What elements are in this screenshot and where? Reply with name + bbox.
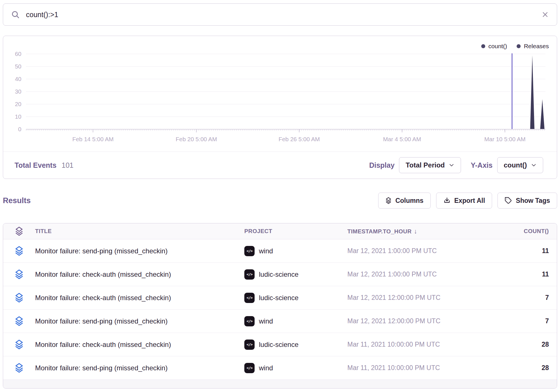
svg-text:60: 60 [15, 50, 21, 57]
table-row[interactable]: Monitor failure: send-ping (missed_check… [3, 356, 557, 380]
search-bar[interactable]: count():>1 [3, 3, 557, 26]
svg-text:30: 30 [15, 88, 21, 95]
search-input[interactable]: count():>1 [26, 11, 58, 19]
legend-dot-icon [517, 44, 521, 48]
results-header: Results ColumnsExport AllShow Tags [3, 192, 557, 209]
project-platform-icon: </> [244, 246, 255, 256]
table-row[interactable]: Monitor failure: send-ping (missed_check… [3, 310, 557, 333]
layers-icon [3, 363, 35, 373]
event-title-link[interactable]: Monitor failure: check-auth (missed_chec… [35, 270, 244, 278]
count-cell: 7 [467, 294, 557, 302]
layers-icon [3, 339, 35, 350]
table-header-row: TITLE PROJECT TIMESTAMP.TO_HOUR↓ COUNT() [3, 223, 557, 239]
timestamp-cell: Mar 12, 2021 12:00:00 PM UTC [347, 294, 467, 302]
project-platform-icon: </> [244, 340, 255, 350]
total-events-value: 101 [62, 161, 74, 169]
event-title-link[interactable]: Monitor failure: check-auth (missed_chec… [35, 294, 244, 302]
show-tags-button[interactable]: Show Tags [497, 193, 557, 209]
count-cell: 28 [467, 341, 557, 348]
legend-label: count() [488, 43, 507, 50]
event-title-link[interactable]: Monitor failure: send-ping (missed_check… [35, 247, 244, 255]
total-events-label: Total Events [15, 161, 57, 169]
project-name: ludic-science [259, 294, 299, 302]
events-chart[interactable]: 0102030405060Feb 14 5:00 AMFeb 20 5:00 A… [3, 36, 557, 151]
timestamp-cell: Mar 11, 2021 10:00:00 PM UTC [347, 341, 467, 348]
project-platform-icon: </> [244, 363, 255, 373]
project-name: wind [259, 247, 273, 255]
button-label: Columns [395, 197, 423, 205]
legend-dot-icon [481, 44, 485, 48]
count-cell: 11 [467, 247, 557, 255]
count-cell: 28 [467, 364, 557, 372]
project-cell: </>ludic-science [244, 293, 347, 303]
columns-button[interactable]: Columns [378, 193, 430, 209]
button-label: Export All [454, 197, 485, 205]
svg-text:Mar 4 5:00 AM: Mar 4 5:00 AM [383, 136, 421, 142]
legend-item[interactable]: Releases [517, 43, 549, 50]
legend-label: Releases [524, 43, 549, 50]
project-cell: </>wind [244, 246, 347, 256]
svg-text:Feb 14 5:00 AM: Feb 14 5:00 AM [72, 136, 114, 142]
events-chart-panel: count()Releases 0102030405060Feb 14 5:00… [3, 36, 557, 179]
event-title-link[interactable]: Monitor failure: send-ping (missed_check… [35, 364, 244, 372]
project-cell: </>ludic-science [244, 340, 347, 350]
search-icon [11, 10, 20, 19]
layers-icon [3, 316, 35, 326]
column-header-count[interactable]: COUNT() [467, 228, 557, 235]
chevron-down-icon [449, 162, 454, 168]
count-cell: 11 [467, 270, 557, 278]
project-platform-icon: </> [244, 293, 255, 303]
timestamp-cell: Mar 12, 2021 1:00:00 PM UTC [347, 270, 467, 278]
svg-text:40: 40 [15, 76, 21, 82]
table-row[interactable]: Monitor failure: check-auth (missed_chec… [3, 333, 557, 356]
yaxis-dropdown-value: count() [504, 161, 527, 169]
yaxis-dropdown[interactable]: count() [497, 157, 543, 173]
layers-icon [3, 246, 35, 256]
svg-text:Feb 20 5:00 AM: Feb 20 5:00 AM [176, 136, 217, 142]
project-name: wind [259, 317, 273, 325]
timestamp-cell: Mar 12, 2021 1:00:00 PM UTC [347, 247, 467, 255]
project-name: ludic-science [259, 341, 299, 349]
table-body: Monitor failure: send-ping (missed_check… [3, 239, 557, 380]
discover-page: count():>1 count()Releases 0102030405060… [0, 0, 560, 392]
export-all-button[interactable]: Export All [436, 193, 492, 209]
display-dropdown[interactable]: Total Period [399, 157, 461, 173]
column-header-project[interactable]: PROJECT [244, 228, 347, 235]
project-cell: </>wind [244, 363, 347, 373]
chevron-down-icon [531, 162, 537, 168]
yaxis-label: Y-Axis [471, 161, 492, 169]
display-label: Display [369, 161, 394, 169]
results-heading: Results [3, 196, 31, 205]
timestamp-cell: Mar 12, 2021 12:00:00 PM UTC [347, 317, 467, 325]
project-name: ludic-science [259, 270, 299, 278]
column-header-title[interactable]: TITLE [35, 228, 244, 235]
results-actions: ColumnsExport AllShow Tags [378, 193, 557, 209]
download-icon [443, 197, 451, 204]
svg-text:10: 10 [15, 113, 21, 120]
chart-legend: count()Releases [481, 43, 549, 50]
table-row[interactable]: Monitor failure: check-auth (missed_chec… [3, 286, 557, 310]
count-cell: 7 [467, 317, 557, 325]
results-table: TITLE PROJECT TIMESTAMP.TO_HOUR↓ COUNT()… [3, 223, 557, 389]
table-row[interactable]: Monitor failure: check-auth (missed_chec… [3, 263, 557, 286]
project-cell: </>ludic-science [244, 269, 347, 280]
table-row[interactable]: Monitor failure: send-ping (missed_check… [3, 239, 557, 263]
event-title-link[interactable]: Monitor failure: send-ping (missed_check… [35, 317, 244, 325]
event-title-link[interactable]: Monitor failure: check-auth (missed_chec… [35, 341, 244, 349]
column-header-timestamp[interactable]: TIMESTAMP.TO_HOUR↓ [347, 228, 467, 235]
svg-text:Feb 26 5:00 AM: Feb 26 5:00 AM [279, 136, 320, 142]
clear-search-icon[interactable] [541, 11, 549, 18]
tag-icon [505, 197, 512, 204]
svg-text:20: 20 [15, 101, 21, 107]
sort-desc-icon: ↓ [414, 228, 417, 235]
svg-text:0: 0 [18, 126, 21, 132]
svg-text:50: 50 [15, 63, 21, 70]
timestamp-cell: Mar 11, 2021 10:00:00 PM UTC [347, 364, 467, 372]
svg-text:Mar 10 5:00 AM: Mar 10 5:00 AM [484, 136, 526, 142]
project-cell: </>wind [244, 316, 347, 326]
project-platform-icon: </> [244, 269, 255, 280]
layers-icon [3, 292, 35, 303]
chart-footer: Total Events 101 Display Total Period Y-… [3, 151, 557, 179]
display-dropdown-value: Total Period [406, 161, 445, 169]
legend-item[interactable]: count() [481, 43, 507, 50]
